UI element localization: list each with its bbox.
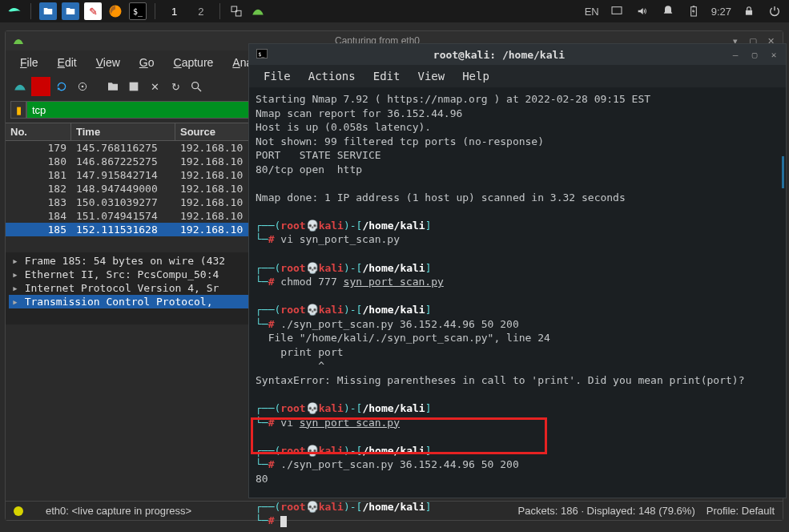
term-menu-edit[interactable]: Edit [365,68,409,84]
svg-point-8 [82,86,84,88]
terminal-titlebar[interactable]: $_ root@kali: /home/kali – ▢ ✕ [249,44,786,65]
workspace-1[interactable]: 1 [163,4,185,19]
reload-icon[interactable]: ↻ [166,77,185,96]
col-time[interactable]: Time [71,123,175,140]
term-menu-view[interactable]: View [409,68,453,84]
taskbar-window-switch-icon[interactable] [228,3,244,19]
filter-bookmark-icon[interactable]: ▮ [10,101,26,119]
term-close-button[interactable]: ✕ [768,49,779,60]
taskbar-app-wireshark[interactable] [249,2,267,20]
svg-rect-5 [692,6,694,6]
open-file-icon[interactable] [103,77,123,96]
svg-rect-6 [746,10,752,15]
taskbar-lang[interactable]: EN [585,6,599,18]
volume-icon[interactable] [634,3,650,19]
taskbar-app-editor[interactable]: ✎ [84,2,102,20]
display-icon[interactable] [609,3,625,19]
system-taskbar: ✎ $_ 1 2 EN 9:27 [0,0,789,22]
kali-menu-icon[interactable] [6,3,22,19]
svg-text:$_: $_ [258,50,264,57]
workspace-2[interactable]: 2 [190,4,211,19]
capture-live-dot-icon [14,506,23,516]
taskbar-app-firefox[interactable] [107,2,124,20]
terminal-content[interactable]: Starting Nmap 7.92 ( https://nmap.org ) … [249,87,786,532]
terminal-window: $_ root@kali: /home/kali – ▢ ✕ File Acti… [248,43,787,498]
menu-file[interactable]: File [12,54,46,71]
term-menu-actions[interactable]: Actions [300,68,364,84]
svg-rect-9 [130,83,139,91]
col-source[interactable]: Source [175,123,256,140]
menu-view[interactable]: View [88,54,128,71]
notification-icon[interactable] [660,3,676,19]
battery-icon[interactable] [686,3,702,19]
save-icon[interactable] [124,77,143,96]
menu-edit[interactable]: Edit [50,54,85,71]
taskbar-app-filemgr[interactable] [62,2,79,20]
terminal-scrollbar[interactable] [782,156,784,188]
stop-capture-icon[interactable] [31,77,50,96]
col-no[interactable]: No. [6,123,71,140]
terminal-app-icon: $_ [256,47,268,62]
restart-capture-icon[interactable] [52,77,71,96]
power-icon[interactable] [767,3,783,19]
terminal-menubar: File Actions Edit View Help [249,65,786,87]
close-file-icon[interactable]: ✕ [145,77,164,96]
svg-point-10 [192,83,199,89]
svg-rect-3 [612,7,622,14]
start-capture-icon[interactable] [10,77,30,96]
taskbar-clock[interactable]: 9:27 [711,6,731,18]
find-icon[interactable] [187,77,206,96]
taskbar-app-terminal[interactable]: $_ [129,2,147,20]
term-menu-help[interactable]: Help [454,68,497,84]
lock-icon[interactable] [741,3,757,19]
terminal-title: root@kali: /home/kali [276,49,722,61]
wireshark-fin-icon [12,34,25,47]
term-minimize-button[interactable]: – [730,49,741,60]
taskbar-app-files[interactable] [39,2,57,20]
term-maximize-button[interactable]: ▢ [749,49,760,60]
svg-line-11 [198,88,201,91]
menu-capture[interactable]: Capture [166,54,222,71]
term-menu-file[interactable]: File [256,68,299,84]
capture-options-icon[interactable] [73,77,92,96]
menu-go[interactable]: Go [131,54,163,71]
